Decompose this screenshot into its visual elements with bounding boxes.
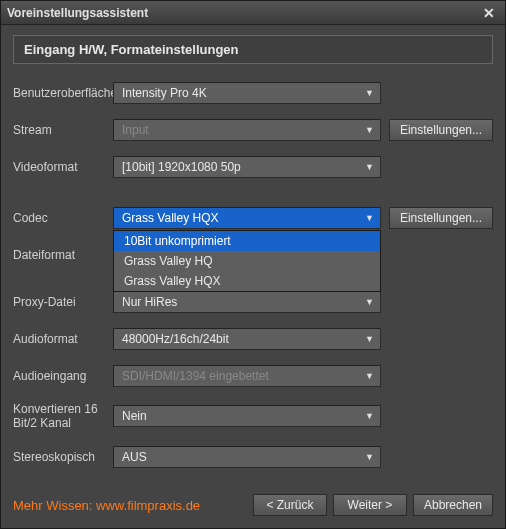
section-header: Eingang H/W, Formateinstellungen xyxy=(13,35,493,64)
chevron-down-icon: ▼ xyxy=(365,213,374,223)
dialog-window: Voreinstellungsassistent ✕ Eingang H/W, … xyxy=(0,0,506,529)
close-icon[interactable]: ✕ xyxy=(479,5,499,21)
dropdown-proxy-value: Nur HiRes xyxy=(122,295,177,309)
dropdown-codec-option[interactable]: Grass Valley HQX xyxy=(114,271,380,291)
titlebar: Voreinstellungsassistent ✕ xyxy=(1,1,505,25)
footer: Mehr Wissen: www.filmpraxis.de < Zurück … xyxy=(1,484,505,528)
dropdown-audioeingang: SDI/HDMI/1394 eingebettet ▼ xyxy=(113,365,381,387)
dropdown-stereo[interactable]: AUS ▼ xyxy=(113,446,381,468)
dropdown-stream-value: Input xyxy=(122,123,149,137)
row-ui: Benutzeroberfläche Intensity Pro 4K ▼ xyxy=(13,82,493,104)
content-area: Eingang H/W, Formateinstellungen Benutze… xyxy=(1,25,505,484)
chevron-down-icon: ▼ xyxy=(365,334,374,344)
dropdown-codec-option[interactable]: Grass Valley HQ xyxy=(114,251,380,271)
dropdown-videoformat-value: [10bit] 1920x1080 50p xyxy=(122,160,241,174)
dropdown-codec[interactable]: Grass Valley HQX ▼ 10Bit unkomprimiertGr… xyxy=(113,207,381,229)
chevron-down-icon: ▼ xyxy=(365,125,374,135)
row-videoformat: Videoformat [10bit] 1920x1080 50p ▼ xyxy=(13,156,493,178)
chevron-down-icon: ▼ xyxy=(365,411,374,421)
dropdown-audioformat[interactable]: 48000Hz/16ch/24bit ▼ xyxy=(113,328,381,350)
dropdown-codec-option[interactable]: 10Bit unkomprimiert xyxy=(114,231,380,251)
dropdown-konvertieren-value: Nein xyxy=(122,409,147,423)
footer-url[interactable]: www.filmpraxis.de xyxy=(96,498,200,513)
label-dateiformat: Dateiformat xyxy=(13,248,113,262)
chevron-down-icon: ▼ xyxy=(365,452,374,462)
row-codec: Codec Grass Valley HQX ▼ 10Bit unkomprim… xyxy=(13,207,493,229)
row-konvertieren: Konvertieren 16 Bit/2 Kanal Nein ▼ xyxy=(13,402,493,431)
row-proxy: Proxy-Datei Nur HiRes ▼ xyxy=(13,291,493,313)
dropdown-proxy[interactable]: Nur HiRes ▼ xyxy=(113,291,381,313)
chevron-down-icon: ▼ xyxy=(365,371,374,381)
row-stream: Stream Input ▼ Einstellungen... xyxy=(13,119,493,141)
row-stereo: Stereoskopisch AUS ▼ xyxy=(13,446,493,468)
dropdown-ui[interactable]: Intensity Pro 4K ▼ xyxy=(113,82,381,104)
dropdown-stream: Input ▼ xyxy=(113,119,381,141)
dropdown-ui-value: Intensity Pro 4K xyxy=(122,86,207,100)
dropdown-audioformat-value: 48000Hz/16ch/24bit xyxy=(122,332,229,346)
cancel-button[interactable]: Abbrechen xyxy=(413,494,493,516)
dropdown-stereo-value: AUS xyxy=(122,450,147,464)
label-stream: Stream xyxy=(13,123,113,137)
label-audioeingang: Audioeingang xyxy=(13,369,113,383)
label-codec: Codec xyxy=(13,211,113,225)
dropdown-codec-list: 10Bit unkomprimiertGrass Valley HQGrass … xyxy=(113,230,381,292)
chevron-down-icon: ▼ xyxy=(365,88,374,98)
dropdown-codec-value: Grass Valley HQX xyxy=(122,211,218,225)
chevron-down-icon: ▼ xyxy=(365,297,374,307)
back-button[interactable]: < Zurück xyxy=(253,494,327,516)
settings-button-stream[interactable]: Einstellungen... xyxy=(389,119,493,141)
row-audioformat: Audioformat 48000Hz/16ch/24bit ▼ xyxy=(13,328,493,350)
label-ui: Benutzeroberfläche xyxy=(13,86,113,100)
dropdown-konvertieren[interactable]: Nein ▼ xyxy=(113,405,381,427)
footer-buttons: < Zurück Weiter > Abbrechen xyxy=(253,494,493,516)
window-title: Voreinstellungsassistent xyxy=(7,6,148,20)
label-audioformat: Audioformat xyxy=(13,332,113,346)
row-audioeingang: Audioeingang SDI/HDMI/1394 eingebettet ▼ xyxy=(13,365,493,387)
dropdown-audioeingang-value: SDI/HDMI/1394 eingebettet xyxy=(122,369,269,383)
chevron-down-icon: ▼ xyxy=(365,162,374,172)
dropdown-videoformat[interactable]: [10bit] 1920x1080 50p ▼ xyxy=(113,156,381,178)
footer-link: Mehr Wissen: www.filmpraxis.de xyxy=(13,498,200,513)
settings-button-codec[interactable]: Einstellungen... xyxy=(389,207,493,229)
footer-prefix: Mehr Wissen: xyxy=(13,498,96,513)
label-stereo: Stereoskopisch xyxy=(13,450,113,464)
next-button[interactable]: Weiter > xyxy=(333,494,407,516)
label-konvertieren: Konvertieren 16 Bit/2 Kanal xyxy=(13,402,113,431)
label-videoformat: Videoformat xyxy=(13,160,113,174)
label-proxy: Proxy-Datei xyxy=(13,295,113,309)
